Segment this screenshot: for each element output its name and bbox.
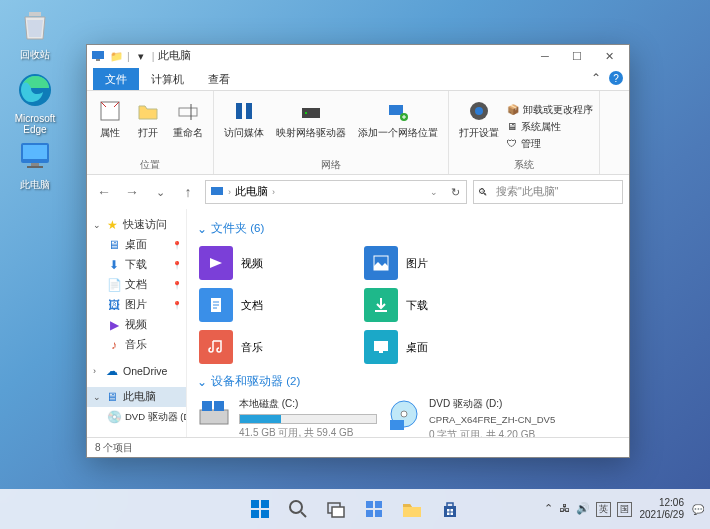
start-button[interactable]: [244, 493, 276, 525]
drive-dvd[interactable]: DVD 驱动器 (D:) CPRA_X64FRE_ZH-CN_DV5 0 字节 …: [387, 397, 567, 437]
picture-icon: 🖼: [107, 298, 121, 312]
sidebar-onedrive[interactable]: ›☁OneDrive: [87, 361, 186, 381]
store-button[interactable]: [434, 493, 466, 525]
explorer-taskbar-button[interactable]: [396, 493, 428, 525]
clock-date: 2021/6/29: [640, 509, 685, 521]
sidebar-item-videos[interactable]: ▶视频: [87, 315, 186, 335]
edge-icon: [17, 72, 53, 108]
cloud-icon: ☁: [105, 364, 119, 378]
disc-icon: [388, 398, 420, 430]
svg-rect-41: [451, 509, 454, 512]
sidebar-item-downloads[interactable]: ⬇下载: [87, 255, 186, 275]
history-dropdown[interactable]: ⌄: [149, 181, 171, 203]
folder-pictures[interactable]: 图片: [362, 244, 517, 282]
rename-button[interactable]: 重命名: [169, 95, 207, 158]
desktop-icon-label: Microsoft Edge: [15, 113, 56, 135]
svg-rect-29: [251, 500, 259, 508]
search-button[interactable]: [282, 493, 314, 525]
volume-icon[interactable]: 🔊: [576, 502, 590, 517]
address-bar[interactable]: › 此电脑 › ⌄: [205, 180, 467, 204]
back-button[interactable]: ←: [93, 181, 115, 203]
svg-point-33: [290, 501, 302, 513]
clock[interactable]: 12:06 2021/6/29: [640, 497, 685, 521]
sidebar-this-pc[interactable]: ⌄🖥此电脑: [87, 387, 186, 407]
folder-music[interactable]: 音乐: [197, 328, 352, 366]
lang-indicator[interactable]: 国: [617, 502, 632, 517]
manage-button[interactable]: 🛡管理: [507, 137, 593, 151]
folder-desktop[interactable]: 桌面: [362, 328, 517, 366]
disc-icon: 💿: [107, 410, 121, 424]
star-icon: ★: [105, 218, 119, 232]
notifications-icon[interactable]: 💬: [692, 504, 704, 515]
desktop-icon-edge[interactable]: Microsoft Edge: [5, 70, 65, 135]
music-icon: [207, 338, 225, 356]
tab-file[interactable]: 文件: [93, 68, 139, 90]
taskbar: ⌃ 🖧 🔊 英 国 12:06 2021/6/29 💬: [0, 489, 710, 529]
devices-group-header[interactable]: 设备和驱动器 (2): [197, 374, 619, 389]
open-button[interactable]: 打开: [131, 95, 165, 158]
download-icon: ⬇: [107, 258, 121, 272]
add-network-button[interactable]: 添加一个网络位置: [354, 95, 442, 158]
svg-rect-38: [366, 510, 373, 517]
pc-icon: [210, 185, 224, 199]
svg-rect-22: [379, 351, 383, 353]
help-icon[interactable]: ?: [609, 71, 623, 85]
desktop-icon-recycle-bin[interactable]: 回收站: [5, 5, 65, 62]
sidebar-item-documents[interactable]: 📄文档: [87, 275, 186, 295]
folder-downloads[interactable]: 下载: [362, 286, 517, 324]
recycle-bin-icon: [17, 7, 53, 43]
video-icon: [207, 254, 225, 272]
sidebar-item-music[interactable]: ♪音乐: [87, 335, 186, 355]
svg-rect-12: [302, 108, 320, 118]
drive-c[interactable]: 本地磁盘 (C:) 41.5 GB 可用, 共 59.4 GB: [197, 397, 377, 437]
properties-button[interactable]: 属性: [93, 95, 127, 158]
folder-documents[interactable]: 文档: [197, 286, 352, 324]
drive-name: 本地磁盘 (C:): [239, 397, 377, 411]
sidebar-item-dvd[interactable]: 💿DVD 驱动器 (D:): [87, 407, 186, 427]
access-media-button[interactable]: 访问媒体: [220, 95, 268, 158]
drive-free-text: 0 字节 可用, 共 4.20 GB: [429, 428, 567, 437]
close-button[interactable]: ✕: [593, 45, 625, 67]
svg-rect-9: [179, 108, 197, 116]
search-input[interactable]: 搜索"此电脑": [473, 180, 623, 204]
desktop-icon-this-pc[interactable]: 此电脑: [5, 135, 65, 192]
pc-icon: [91, 49, 105, 63]
sidebar-quick-access[interactable]: ⌄★快速访问: [87, 215, 186, 235]
pc-icon: 🖥: [105, 390, 119, 404]
drive-usage-bar: [239, 414, 377, 424]
document-icon: 📄: [107, 278, 121, 292]
chevron-down-icon[interactable]: ⌄: [430, 187, 438, 197]
folder-small-icon: 📁: [109, 49, 123, 63]
widgets-button[interactable]: [358, 493, 390, 525]
collapse-ribbon-icon[interactable]: ⌃: [591, 71, 601, 85]
video-icon: ▶: [107, 318, 121, 332]
map-drive-button[interactable]: 映射网络驱动器: [272, 95, 350, 158]
folders-group-header[interactable]: 文件夹 (6): [197, 221, 619, 236]
svg-rect-23: [200, 410, 228, 424]
desktop-icon: [372, 338, 390, 356]
system-properties-button[interactable]: 🖥系统属性: [507, 120, 593, 134]
open-settings-button[interactable]: 打开设置: [455, 95, 503, 158]
folder-videos[interactable]: 视频: [197, 244, 352, 282]
titlebar: 📁 | ▾ | 此电脑 ─ ☐ ✕: [87, 45, 629, 67]
ribbon: 属性 打开 重命名 位置 访问媒体 映射网络驱动器 添加一个网络位置 网络 打开…: [87, 91, 629, 175]
tray-chevron-icon[interactable]: ⌃: [544, 502, 553, 517]
tab-view[interactable]: 查看: [196, 68, 242, 90]
desktop-icon: 🖥: [107, 238, 121, 252]
picture-icon: [372, 254, 390, 272]
sidebar-item-pictures[interactable]: 🖼图片: [87, 295, 186, 315]
sidebar-item-desktop[interactable]: 🖥桌面: [87, 235, 186, 255]
dropdown-icon[interactable]: ▾: [134, 49, 148, 63]
maximize-button[interactable]: ☐: [561, 45, 593, 67]
forward-button[interactable]: →: [121, 181, 143, 203]
navigation-bar: ← → ⌄ ↑ › 此电脑 › ⌄ 搜索"此电脑": [87, 175, 629, 209]
tab-computer[interactable]: 计算机: [139, 68, 196, 90]
address-text: 此电脑: [235, 185, 268, 199]
ime-indicator[interactable]: 英: [596, 502, 611, 517]
uninstall-button[interactable]: 📦卸载或更改程序: [507, 103, 593, 117]
minimize-button[interactable]: ─: [529, 45, 561, 67]
desktop-icon-label: 此电脑: [20, 179, 50, 190]
network-icon[interactable]: 🖧: [559, 502, 570, 517]
up-button[interactable]: ↑: [177, 181, 199, 203]
task-view-button[interactable]: [320, 493, 352, 525]
